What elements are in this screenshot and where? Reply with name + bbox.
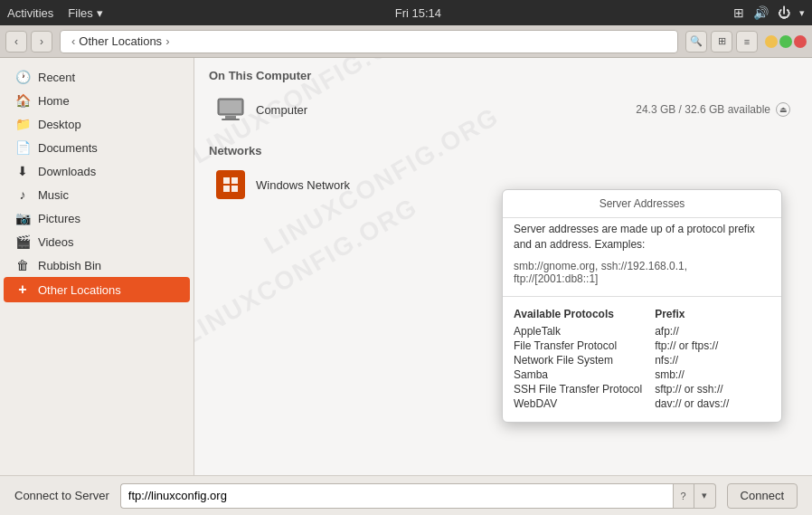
protocol-2: Network File System xyxy=(514,354,655,367)
sidebar-item-label: Pictures xyxy=(38,212,80,225)
tooltip-row-5: WebDAV dav:// or davs:// xyxy=(514,396,770,411)
desktop-icon: 📁 xyxy=(14,117,31,131)
breadcrumb: ‹ Other Locations › xyxy=(60,30,678,53)
home-icon: 🏠 xyxy=(14,93,31,108)
top-bar: Activities Files ▾ Fri 15:14 ⊞ 🔊 ⏻ ▾ xyxy=(0,0,812,25)
prefix-col-header: Prefix xyxy=(655,308,770,320)
connect-label: Connect to Server xyxy=(14,489,109,502)
protocol-1: File Transfer Protocol xyxy=(514,339,655,352)
recent-icon: 🕐 xyxy=(14,70,31,84)
list-view-button[interactable]: ⊞ xyxy=(711,31,732,52)
sidebar-item-pictures[interactable]: 📷 Pictures xyxy=(4,206,190,230)
files-menu-label: Files xyxy=(68,6,92,20)
power-icon[interactable]: ⏻ xyxy=(778,5,790,20)
server-address-tooltip: Server Addresses Server addresses are ma… xyxy=(502,189,782,423)
sidebar-item-recent[interactable]: 🕐 Recent xyxy=(4,65,190,89)
sidebar-item-label: Music xyxy=(38,188,69,202)
server-address-dropdown-button[interactable]: ▾ xyxy=(694,483,716,509)
computer-name: Computer xyxy=(256,103,636,117)
sidebar-item-desktop[interactable]: 📁 Desktop xyxy=(4,112,190,136)
sidebar-item-downloads[interactable]: ⬇ Downloads xyxy=(4,159,190,183)
forward-button[interactable]: › xyxy=(31,31,52,52)
tooltip-divider-1 xyxy=(503,217,781,218)
unmount-button[interactable]: ⏏ xyxy=(776,102,790,117)
server-address-help-button[interactable]: ? xyxy=(673,483,694,509)
file-area: LINUXCONFIG.ORG LINUXCONFIG.ORG LINUXCON… xyxy=(194,58,812,475)
svg-rect-4 xyxy=(223,177,230,184)
svg-rect-2 xyxy=(225,116,236,119)
svg-rect-6 xyxy=(223,186,230,192)
tooltip-description: Server addresses are made up of a protoc… xyxy=(503,222,781,260)
breadcrumb-left-arrow: ‹ xyxy=(71,34,75,48)
sidebar-item-label: Recent xyxy=(38,71,75,84)
breadcrumb-right-arrow: › xyxy=(165,34,169,48)
sidebar-item-label: Rubbish Bin xyxy=(38,259,101,272)
pictures-icon: 📷 xyxy=(14,211,31,225)
tooltip-header: Server Addresses xyxy=(503,190,781,214)
close-button[interactable] xyxy=(794,35,807,48)
videos-icon: 🎬 xyxy=(14,234,31,249)
files-window: ‹ › ‹ Other Locations › 🔍 ⊞ ≡ 🕐 Recent 🏠 xyxy=(0,25,812,515)
sidebar-item-documents[interactable]: 📄 Documents xyxy=(4,136,190,159)
maximize-button[interactable] xyxy=(779,35,792,48)
sidebar-item-home[interactable]: 🏠 Home xyxy=(4,89,190,112)
sidebar-item-videos[interactable]: 🎬 Videos xyxy=(4,230,190,253)
files-menu[interactable]: Files ▾ xyxy=(68,6,102,20)
protocol-4: SSH File Transfer Protocol xyxy=(514,383,655,396)
prefix-4: sftp:// or ssh:// xyxy=(655,383,770,396)
svg-rect-5 xyxy=(231,177,238,184)
protocol-5: WebDAV xyxy=(514,397,655,410)
tooltip-row-0: AppleTalk afp:// xyxy=(514,324,770,339)
title-bar-actions: 🔍 ⊞ ≡ xyxy=(685,31,758,52)
tooltip-example: smb://gnome.org, ssh://192.168.0.1, ftp:… xyxy=(503,260,781,292)
title-bar: ‹ › ‹ Other Locations › 🔍 ⊞ ≡ xyxy=(0,25,812,58)
tooltip-table-header: Available Protocols Prefix xyxy=(514,308,770,320)
activities-button[interactable]: Activities xyxy=(7,6,53,20)
sidebar-item-label: Desktop xyxy=(38,118,81,131)
svg-rect-3 xyxy=(222,119,240,120)
back-button[interactable]: ‹ xyxy=(5,31,27,52)
tooltip-row-4: SSH File Transfer Protocol sftp:// or ss… xyxy=(514,382,770,396)
server-address-input[interactable] xyxy=(120,483,673,509)
sidebar-item-music[interactable]: ♪ Music xyxy=(4,183,190,206)
prefix-2: nfs:// xyxy=(655,354,770,367)
rubbish-icon: 🗑 xyxy=(14,258,31,272)
search-button[interactable]: 🔍 xyxy=(685,31,707,52)
add-icon: + xyxy=(14,281,31,298)
computer-row[interactable]: Computer 24.3 GB / 32.6 GB available ⏏ xyxy=(209,90,798,129)
connect-input-actions: ? ▾ xyxy=(673,483,716,509)
arrow-down-icon: ▾ xyxy=(799,7,805,19)
prefix-0: afp:// xyxy=(655,325,770,338)
music-icon: ♪ xyxy=(14,187,31,202)
sidebar-item-label: Documents xyxy=(38,141,98,155)
minimize-button[interactable] xyxy=(765,35,778,48)
sidebar: 🕐 Recent 🏠 Home 📁 Desktop 📄 Documents ⬇ … xyxy=(0,58,194,475)
protocol-col-header: Available Protocols xyxy=(514,308,655,320)
prefix-3: smb:// xyxy=(655,368,770,381)
documents-icon: 📄 xyxy=(14,140,31,155)
sidebar-item-rubbish[interactable]: 🗑 Rubbish Bin xyxy=(4,253,190,277)
sidebar-item-label: Videos xyxy=(38,235,74,249)
sidebar-item-other-locations[interactable]: + Other Locations xyxy=(4,277,190,302)
computer-size: 24.3 GB / 32.6 GB available xyxy=(636,103,770,116)
sidebar-item-label: Downloads xyxy=(38,165,96,178)
svg-rect-1 xyxy=(220,100,241,113)
tooltip-divider-2 xyxy=(503,296,781,297)
connect-to-server-bar: Connect to Server ? ▾ Connect xyxy=(0,475,812,515)
prefix-1: ftp:// or ftps:// xyxy=(655,339,770,352)
downloads-icon: ⬇ xyxy=(14,164,31,178)
clock: Fri 15:14 xyxy=(395,6,441,20)
current-location: Other Locations xyxy=(79,34,162,48)
tooltip-row-2: Network File System nfs:// xyxy=(514,353,770,367)
svg-rect-7 xyxy=(231,186,238,192)
menu-button[interactable]: ≡ xyxy=(736,31,758,52)
network-status-icon: ⊞ xyxy=(733,5,744,20)
network-icon-box xyxy=(216,170,245,199)
connect-button[interactable]: Connect xyxy=(727,483,798,509)
windows-network-icon xyxy=(216,170,245,199)
protocol-3: Samba xyxy=(514,368,655,381)
tooltip-table: Available Protocols Prefix AppleTalk afp… xyxy=(503,300,781,422)
files-menu-arrow: ▾ xyxy=(97,6,103,20)
protocol-0: AppleTalk xyxy=(514,325,655,338)
on-this-computer-title: On This Computer xyxy=(209,69,798,82)
